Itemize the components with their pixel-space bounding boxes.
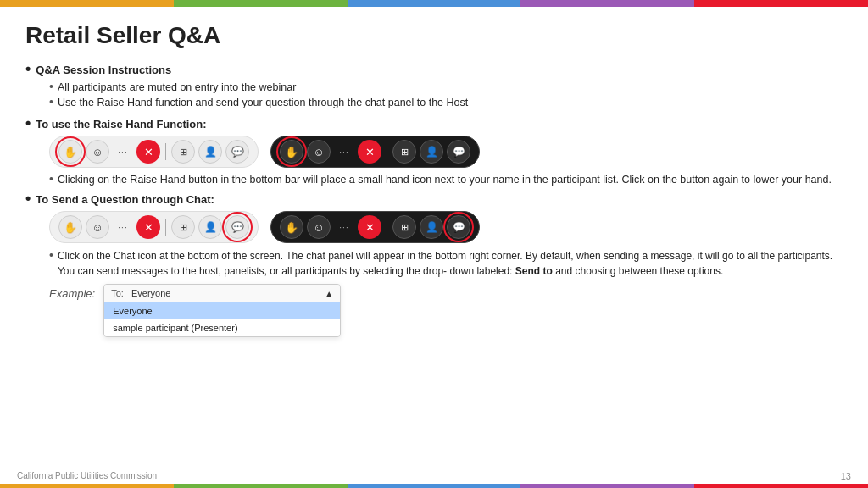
close-icon-light: ✕ — [144, 146, 153, 158]
dropdown-option-everyone[interactable]: Everyone — [104, 302, 340, 319]
grid-icon-light-chat: ⊞ — [180, 222, 187, 233]
page-title: Retail Seller Q&A — [25, 22, 843, 49]
grid-icon-dark: ⊞ — [401, 147, 409, 158]
example-row: Example: To: Everyone ▲ Everyone sample … — [49, 284, 843, 337]
to-value: Everyone — [131, 288, 170, 298]
grid-btn-light[interactable]: ⊞ — [171, 140, 195, 164]
dots-icon-light: ··· — [118, 147, 127, 157]
close-icon-dark-chat: ✕ — [365, 221, 375, 234]
close-btn-dark[interactable]: ✕ — [358, 140, 381, 164]
footer-left: California Public Utilities Commission — [17, 471, 157, 480]
person-btn-dark-chat[interactable]: 👤 — [420, 215, 443, 239]
sep-dark-chat — [387, 219, 387, 236]
qa-sub-bullets: • All participants are muted on entry in… — [49, 80, 843, 108]
toolbar-dark-chat: ✋ ☺ ··· ✕ ⊞ 👤 💬 — [270, 211, 480, 243]
bullet-dot-1: • — [25, 61, 31, 76]
smile-btn-light-chat[interactable]: ☺ — [86, 215, 109, 239]
person-icon-dark-chat: 👤 — [426, 221, 438, 233]
sub-bullet-1: • All participants are muted on entry in… — [49, 80, 843, 93]
dots-btn-light-chat[interactable]: ··· — [113, 215, 133, 239]
hand-icon-light-chat: ✋ — [64, 221, 77, 234]
chat-btn-light-chat[interactable]: 💬 — [225, 215, 249, 239]
top-color-bar — [0, 0, 868, 7]
smile-icon-dark: ☺ — [313, 146, 324, 158]
bottom-color-bar — [0, 484, 868, 488]
smile-btn-light[interactable]: ☺ — [86, 140, 109, 164]
hand-btn-dark[interactable]: ✋ — [280, 140, 303, 164]
person-btn-dark[interactable]: 👤 — [420, 140, 443, 164]
grid-btn-light-chat[interactable]: ⊞ — [171, 215, 195, 239]
chat-toolbar-row: ✋ ☺ ··· ✕ ⊞ 👤 💬 — [49, 211, 843, 243]
bottom-bar-purple — [520, 484, 694, 488]
raise-hand-desc: • Clicking on the Raise Hand button in t… — [49, 173, 843, 186]
send-chat-section: • To Send a Question through Chat: ✋ ☺ ·… — [25, 191, 843, 337]
smile-btn-dark-chat[interactable]: ☺ — [307, 215, 331, 239]
chat-desc-wrap: • Click on the Chat icon at the bottom o… — [49, 248, 843, 279]
dots-icon-dark: ··· — [339, 147, 348, 157]
chat-icon-light: 💬 — [231, 146, 244, 158]
top-bar-red — [694, 0, 868, 7]
hand-btn-light-chat[interactable]: ✋ — [58, 215, 82, 239]
person-icon-dark: 👤 — [426, 146, 438, 158]
dropdown-example: To: Everyone ▲ Everyone sample participa… — [103, 284, 341, 337]
close-btn-light-chat[interactable]: ✕ — [136, 215, 160, 239]
hand-icon-light: ✋ — [64, 146, 77, 158]
toolbar-light-raise: ✋ ☺ ··· ✕ ⊞ 👤 — [49, 136, 259, 168]
close-icon-dark: ✕ — [365, 146, 375, 158]
person-btn-light[interactable]: 👤 — [198, 140, 222, 164]
top-bar-green — [174, 0, 348, 7]
smile-btn-dark[interactable]: ☺ — [307, 140, 331, 164]
chat-btn-dark[interactable]: 💬 — [447, 140, 470, 164]
page-number: 13 — [841, 471, 851, 481]
chat-btn-light[interactable]: 💬 — [225, 140, 249, 164]
qa-session-section: • Q&A Session Instructions • All partici… — [25, 61, 843, 108]
grid-icon-light: ⊞ — [180, 147, 187, 158]
raise-hand-toolbar-row: ✋ ☺ ··· ✕ ⊞ 👤 — [49, 136, 843, 168]
close-icon-light-chat: ✕ — [144, 221, 153, 234]
toolbar-light-chat: ✋ ☺ ··· ✕ ⊞ 👤 💬 — [49, 211, 259, 243]
dots-btn-dark-chat[interactable]: ··· — [334, 215, 354, 239]
sub-bullet-2: • Use the Raise Hand function and send y… — [49, 96, 843, 108]
sep-dark-1 — [387, 143, 387, 160]
bottom-bar-orange — [0, 484, 174, 488]
chat-icon-dark-chat: 💬 — [453, 221, 465, 233]
smile-icon-light: ☺ — [92, 146, 103, 158]
smile-icon-light-chat: ☺ — [92, 221, 103, 234]
dropdown-header: To: Everyone ▲ — [104, 285, 340, 302]
hand-icon-dark: ✋ — [285, 146, 298, 158]
hand-btn-dark-chat[interactable]: ✋ — [280, 215, 303, 239]
raise-hand-desc-wrap: • Clicking on the Raise Hand button in t… — [49, 173, 843, 186]
person-icon-light-chat: 👤 — [204, 221, 217, 233]
main-content: Retail Seller Q&A • Q&A Session Instruct… — [0, 7, 868, 463]
dots-icon-dark-chat: ··· — [339, 223, 348, 232]
close-btn-light[interactable]: ✕ — [136, 140, 160, 164]
top-bar-blue — [348, 0, 521, 7]
hand-icon-dark-chat: ✋ — [285, 221, 298, 234]
hand-btn-light[interactable]: ✋ — [58, 140, 82, 164]
smile-icon-dark-chat: ☺ — [313, 221, 324, 234]
send-to-bold: Send to — [515, 265, 553, 277]
toolbar-dark-raise: ✋ ☺ ··· ✕ ⊞ 👤 — [270, 136, 480, 168]
bottom-bar-red — [694, 484, 868, 488]
chat-icon-light-chat: 💬 — [231, 221, 244, 233]
grid-btn-dark-chat[interactable]: ⊞ — [392, 215, 416, 239]
top-bar-purple — [520, 0, 694, 7]
sep-light-chat — [165, 219, 166, 236]
dropdown-option-presenter[interactable]: sample participant (Presenter) — [104, 319, 340, 336]
qa-session-heading: • Q&A Session Instructions — [25, 61, 843, 76]
person-btn-light-chat[interactable]: 👤 — [198, 215, 222, 239]
example-label: Example: — [49, 284, 95, 300]
close-btn-dark-chat[interactable]: ✕ — [358, 215, 381, 239]
bottom-bar-green — [174, 484, 348, 488]
to-label: To: Everyone — [111, 288, 170, 298]
person-icon-light: 👤 — [204, 146, 217, 158]
dots-btn-dark[interactable]: ··· — [334, 140, 354, 164]
grid-btn-dark[interactable]: ⊞ — [392, 140, 416, 164]
chevron-up-icon: ▲ — [325, 289, 333, 298]
grid-icon-dark-chat: ⊞ — [401, 222, 409, 233]
send-chat-heading: • To Send a Question through Chat: — [25, 191, 843, 206]
raise-hand-section: • To use the Raise Hand Function: ✋ ☺ ··… — [25, 115, 843, 186]
sep-light-1 — [165, 143, 166, 160]
dots-btn-light[interactable]: ··· — [113, 140, 133, 164]
chat-btn-dark-chat[interactable]: 💬 — [447, 215, 470, 239]
